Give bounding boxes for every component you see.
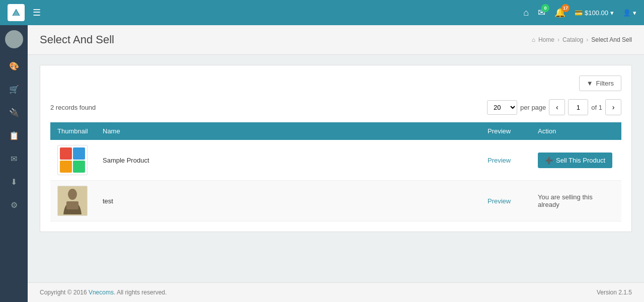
pagination-row: 2 records found 20 50 100 per page ‹ of … — [50, 99, 621, 115]
thumb-cell-3 — [60, 161, 72, 173]
preview-cell: Preview — [480, 140, 531, 181]
toolbar: ▼ Filters — [50, 76, 621, 91]
name-cell: test — [96, 181, 480, 221]
filters-button[interactable]: ▼ Filters — [579, 76, 621, 91]
page-header: Select And Sell ⌂ Home › Catalog › Selec… — [28, 25, 644, 55]
sidebar-item-settings[interactable]: ⚙ — [0, 194, 28, 215]
filters-label: Filters — [596, 80, 614, 87]
page-of-label: of 1 — [591, 104, 602, 111]
breadcrumb-home-icon: ⌂ — [532, 36, 535, 43]
records-found: 2 records found — [50, 104, 96, 111]
sidebar-item-design[interactable]: 🎨 — [0, 55, 28, 77]
thumb-cell-4 — [73, 161, 85, 173]
preview-cell: Preview — [480, 181, 531, 221]
footer-version: Version 2.1.5 — [597, 289, 632, 296]
per-page-select[interactable]: 20 50 100 — [487, 100, 517, 115]
action-cell: ➕ Sell This Product — [531, 140, 621, 181]
breadcrumb-sep-1: › — [557, 36, 559, 43]
mail-badge: 0 — [541, 4, 549, 12]
bell-button[interactable]: 🔔 17 — [554, 7, 566, 18]
sell-product-button[interactable]: ➕ Sell This Product — [538, 153, 612, 168]
avatar — [5, 30, 23, 48]
balance-arrow-icon: ▾ — [610, 9, 614, 17]
per-page-label: per page — [520, 104, 546, 111]
user-arrow-icon: ▾ — [633, 9, 636, 17]
bell-badge: 17 — [561, 4, 570, 12]
main-panel: ▼ Filters 2 records found 20 50 100 per … — [28, 55, 644, 282]
sidebar-item-plugins[interactable]: 🔌 — [0, 102, 28, 123]
page-input[interactable] — [568, 99, 588, 115]
page-title: Select And Sell — [40, 33, 114, 46]
breadcrumb-home[interactable]: Home — [538, 36, 554, 43]
pagination-controls: 20 50 100 per page ‹ of 1 › — [487, 99, 621, 115]
balance-value: $100.00 — [585, 9, 608, 17]
plus-icon: ➕ — [545, 157, 553, 164]
user-icon: 👤 — [623, 9, 631, 17]
product-thumbnail-person — [57, 186, 88, 216]
product-name: test — [103, 197, 113, 205]
sidebar: 🎨 🛒 🔌 📋 ✉ ⬇ ⚙ — [0, 25, 28, 302]
hamburger-button[interactable]: ☰ — [33, 7, 41, 18]
footer-copyright: Copyright © 2016 Vnecoms. All rights res… — [40, 289, 167, 296]
logo — [8, 4, 25, 21]
balance-icon: 💳 — [575, 9, 583, 17]
prev-page-button[interactable]: ‹ — [549, 99, 565, 115]
products-table: Thumbnail Name Preview Action — [50, 122, 621, 221]
sidebar-item-download[interactable]: ⬇ — [0, 171, 28, 192]
content-panel: ▼ Filters 2 records found 20 50 100 per … — [40, 65, 632, 232]
filter-icon: ▼ — [587, 80, 593, 87]
svg-rect-3 — [66, 201, 78, 209]
breadcrumb-catalog[interactable]: Catalog — [562, 36, 583, 43]
footer: Copyright © 2016 Vnecoms. All rights res… — [28, 282, 644, 302]
breadcrumb: ⌂ Home › Catalog › Select And Sell — [532, 36, 632, 43]
breadcrumb-sep-2: › — [586, 36, 588, 43]
table-row: test Preview You are selling this alread… — [50, 181, 621, 221]
sidebar-item-cart[interactable]: 🛒 — [0, 79, 28, 100]
action-cell: You are selling this already — [531, 181, 621, 221]
topnav-right: ⌂ ✉ 0 🔔 17 💳 $100.00 ▾ 👤 ▾ — [523, 7, 636, 18]
table-row: Sample Product Preview ➕ Sell This Produ… — [50, 140, 621, 181]
preview-link[interactable]: Preview — [488, 197, 511, 205]
balance-button[interactable]: 💳 $100.00 ▾ — [575, 9, 614, 17]
version-label: Version — [597, 289, 617, 296]
col-header-preview: Preview — [480, 122, 531, 140]
sidebar-item-pages[interactable]: 📋 — [0, 125, 28, 146]
thumbnail-cell — [50, 181, 96, 221]
product-thumbnail — [57, 145, 88, 175]
brand-link[interactable]: Vnecoms — [89, 289, 114, 296]
col-header-name: Name — [96, 122, 480, 140]
preview-link[interactable]: Preview — [488, 157, 511, 164]
rights-text: . All rights reserved. — [114, 289, 167, 296]
thumb-cell-1 — [60, 147, 72, 160]
top-navbar: ☰ ⌂ ✉ 0 🔔 17 💳 $100.00 ▾ 👤 ▾ — [0, 0, 644, 25]
content-area: Select And Sell ⌂ Home › Catalog › Selec… — [28, 25, 644, 302]
main-layout: 🎨 🛒 🔌 📋 ✉ ⬇ ⚙ Select And Sell ⌂ Home › C… — [0, 25, 644, 302]
sell-button-label: Sell This Product — [556, 157, 605, 164]
next-page-button[interactable]: › — [605, 99, 621, 115]
already-selling-text: You are selling this already — [538, 193, 593, 208]
thumb-cell-2 — [73, 147, 85, 160]
user-menu-button[interactable]: 👤 ▾ — [623, 9, 636, 17]
home-button[interactable]: ⌂ — [523, 8, 529, 18]
copyright-text: Copyright © 2016 — [40, 289, 89, 296]
breadcrumb-current: Select And Sell — [591, 36, 632, 43]
col-header-thumbnail: Thumbnail — [50, 122, 96, 140]
svg-point-2 — [68, 189, 77, 200]
table-header-row: Thumbnail Name Preview Action — [50, 122, 621, 140]
product-name: Sample Product — [103, 157, 149, 164]
name-cell: Sample Product — [96, 140, 480, 181]
sidebar-item-mail[interactable]: ✉ — [0, 148, 28, 169]
mail-button[interactable]: ✉ 0 — [538, 7, 545, 18]
col-header-action: Action — [531, 122, 621, 140]
thumbnail-cell — [50, 140, 96, 181]
version-value: 2.1.5 — [618, 289, 632, 296]
